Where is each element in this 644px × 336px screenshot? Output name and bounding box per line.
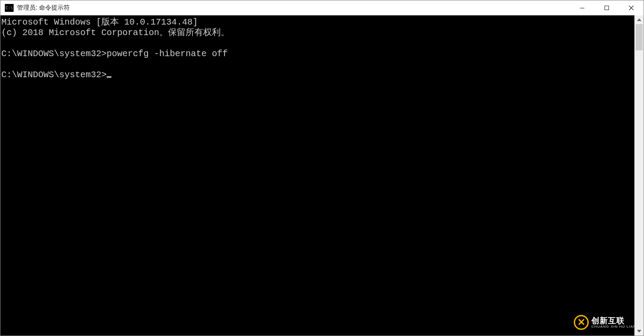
vertical-scrollbar[interactable]	[634, 15, 644, 336]
maximize-button[interactable]	[594, 0, 619, 15]
scroll-down-button[interactable]	[635, 327, 644, 336]
svg-rect-1	[605, 6, 609, 10]
svg-rect-0	[580, 8, 584, 8]
watermark-text: 创新互联	[591, 317, 636, 325]
output-line: (c) 2018 Microsoft Corporation。保留所有权利。	[1, 28, 229, 38]
watermark: ✕ 创新互联 CHUANG XIN HU LIAN	[574, 315, 636, 330]
titlebar[interactable]: C:\ 管理员: 命令提示符	[0, 0, 644, 15]
minimize-button[interactable]	[570, 0, 594, 15]
cmd-icon: C:\	[5, 4, 14, 12]
close-icon	[629, 5, 634, 11]
maximize-icon	[604, 5, 609, 11]
chevron-down-icon	[637, 330, 641, 332]
command-prompt-window: C:\ 管理员: 命令提示符 Microsoft Windows [版本 10.…	[0, 0, 644, 336]
scroll-track[interactable]	[635, 24, 644, 327]
client-area: Microsoft Windows [版本 10.0.17134.48] (c)…	[0, 15, 644, 336]
window-title: 管理员: 命令提示符	[17, 4, 70, 12]
prompt: C:\WINDOWS\system32>	[1, 49, 107, 59]
chevron-up-icon	[637, 18, 641, 21]
entered-command: powercfg -hibernate off	[107, 49, 228, 59]
output-line: Microsoft Windows [版本 10.0.17134.48]	[1, 17, 198, 27]
minimize-icon	[580, 5, 585, 11]
terminal-output[interactable]: Microsoft Windows [版本 10.0.17134.48] (c)…	[0, 15, 634, 336]
scroll-thumb[interactable]	[636, 24, 643, 50]
prompt: C:\WINDOWS\system32>	[1, 70, 107, 80]
close-button[interactable]	[619, 0, 644, 15]
watermark-logo-icon: ✕	[574, 315, 589, 330]
cursor	[107, 76, 111, 78]
scroll-up-button[interactable]	[635, 15, 644, 24]
watermark-subtext: CHUANG XIN HU LIAN	[591, 325, 636, 329]
